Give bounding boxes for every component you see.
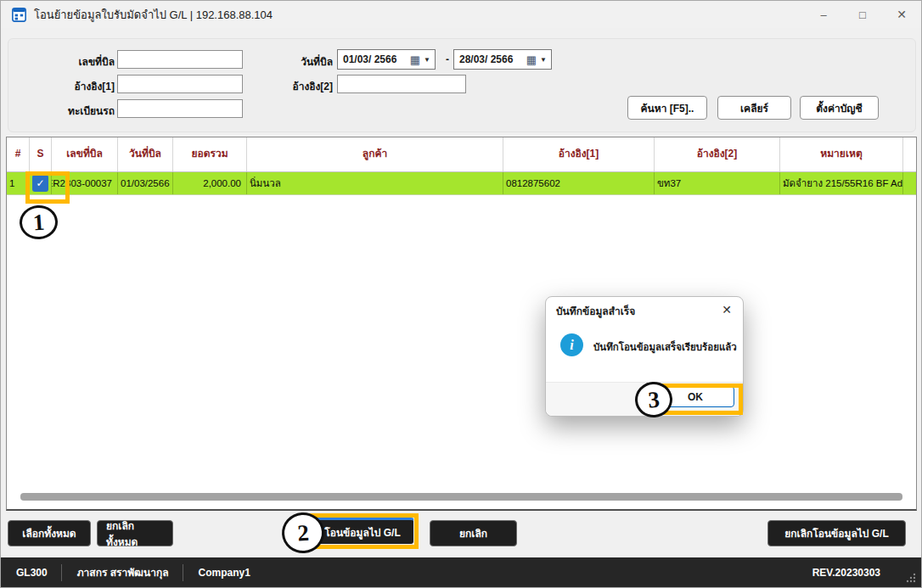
col-header-filler (903, 137, 916, 171)
row-ref1-cell: 0812875602 (503, 172, 655, 194)
dialog-message: บันทึกโอนข้อมูลเสร็จเรียบร้อยแล้ว (593, 341, 739, 353)
bill-no-input[interactable] (117, 50, 243, 69)
row-filler-cell (903, 172, 916, 194)
ref1-label: อ้างอิง[1] (37, 78, 115, 94)
filter-panel: เลขที่บิล อ้างอิง[1] ทะเบียนรถ วันที่บิล… (8, 38, 916, 132)
cancel-button[interactable]: ยกเลิก (430, 520, 517, 546)
status-revision: REV.20230303 (812, 567, 880, 579)
chevron-down-icon[interactable]: ▼ (424, 56, 430, 64)
bill-date-from-picker[interactable]: 01/03/ 2566 ▦ ▼ (337, 49, 436, 70)
status-company: Company1 (199, 567, 250, 579)
ref1-input[interactable] (117, 75, 243, 93)
close-button[interactable]: ✕ (882, 1, 921, 28)
row-customer-cell: นิ่มนวล (247, 172, 503, 194)
col-header-num[interactable]: # (7, 137, 30, 171)
row-bill-no-cell: ER2303-00037 (52, 172, 118, 194)
ref2-label: อ้างอิง[2] (255, 78, 333, 94)
window-controls: – □ ✕ (804, 1, 921, 28)
vehicle-reg-input[interactable] (117, 99, 243, 118)
app-icon (12, 8, 26, 22)
deposit-grid: # S เลขที่บิล วันที่บิล ยอดรวม ลูกค้า อ้… (6, 137, 917, 511)
col-header-bill-date[interactable]: วันที่บิล (118, 137, 173, 171)
calendar-icon: ▦ (410, 53, 420, 66)
title-bar: โอนย้ายข้อมูลใบรับมัดจำไป G/L | 192.168.… (1, 1, 921, 28)
bill-date-to-value: 28/03/ 2566 (459, 53, 526, 65)
col-header-ref1[interactable]: อ้างอิง[1] (503, 137, 655, 171)
status-module-code: GL300 (16, 567, 48, 579)
row-select-cell[interactable]: ✓ (30, 172, 52, 194)
select-all-button[interactable]: เลือกทั้งหมด (8, 520, 91, 546)
bill-no-label: เลขที่บิล (37, 53, 115, 70)
dialog-title: บันทึกข้อมูลสำเร็จ (556, 303, 635, 319)
account-settings-button[interactable]: ตั้งค่าบัญชี (800, 96, 879, 120)
vehicle-reg-label: ทะเบียนรถ (37, 103, 115, 119)
horizontal-scrollbar[interactable] (20, 493, 902, 501)
grid-header-row: # S เลขที่บิล วันที่บิล ยอดรวม ลูกค้า อ้… (7, 137, 916, 172)
status-separator (183, 564, 183, 581)
row-remark-cell: มัดจำยาง 215/55R16 BF Ad... (780, 172, 903, 194)
row-total-cell: 2,000.00 (173, 172, 247, 194)
row-ref2-cell: ขท37 (655, 172, 780, 194)
row-bill-date-cell: 01/03/2566 (118, 172, 173, 194)
calendar-icon: ▦ (526, 53, 537, 66)
dialog-close-icon[interactable]: ✕ (718, 301, 735, 318)
maximize-button[interactable]: □ (843, 1, 882, 28)
bill-date-label: วันที่บิล (255, 53, 333, 70)
check-icon: ✓ (36, 177, 44, 189)
transfer-to-gl-button[interactable]: โอนข้อมูลไป G/L (311, 518, 414, 545)
col-header-select[interactable]: S (30, 137, 52, 171)
resize-grip-icon[interactable] (905, 572, 917, 584)
clear-button[interactable]: เคลียร์ (717, 96, 791, 120)
col-header-customer[interactable]: ลูกค้า (247, 137, 503, 171)
col-header-total[interactable]: ยอดรวม (173, 137, 247, 171)
search-button[interactable]: ค้นหา [F5].. (627, 96, 707, 120)
status-bar: GL300 ภาสกร สราพัฒนากุล Company1 REV.202… (1, 557, 921, 587)
deselect-all-button[interactable]: ยกเลิกทั้งหมด (97, 520, 173, 546)
date-range-separator: - (446, 53, 449, 65)
window-title: โอนย้ายข้อมูลใบรับมัดจำไป G/L | 192.168.… (34, 6, 273, 24)
status-user-name: ภาสกร สราพัฒนากุล (77, 564, 169, 580)
minimize-button[interactable]: – (804, 1, 843, 28)
info-icon: i (560, 333, 583, 356)
row-num-cell: 1 (7, 172, 30, 194)
status-separator (61, 564, 62, 581)
cancel-transfer-to-gl-button[interactable]: ยกเลิกโอนข้อมูลไป G/L (767, 520, 906, 546)
table-row[interactable]: 1 ✓ ER2303-00037 01/03/2566 2,000.00 นิ่… (7, 172, 916, 195)
bill-date-from-value: 01/03/ 2566 (343, 53, 410, 65)
chevron-down-icon[interactable]: ▼ (540, 56, 547, 64)
col-header-bill-no[interactable]: เลขที่บิล (52, 137, 118, 171)
col-header-remark[interactable]: หมายเหตุ (780, 137, 903, 171)
col-header-ref2[interactable]: อ้างอิง[2] (655, 137, 780, 171)
bill-date-to-picker[interactable]: 28/03/ 2566 ▦ ▼ (453, 49, 552, 70)
ref2-input[interactable] (337, 75, 466, 93)
checkbox-checked[interactable]: ✓ (32, 175, 48, 192)
